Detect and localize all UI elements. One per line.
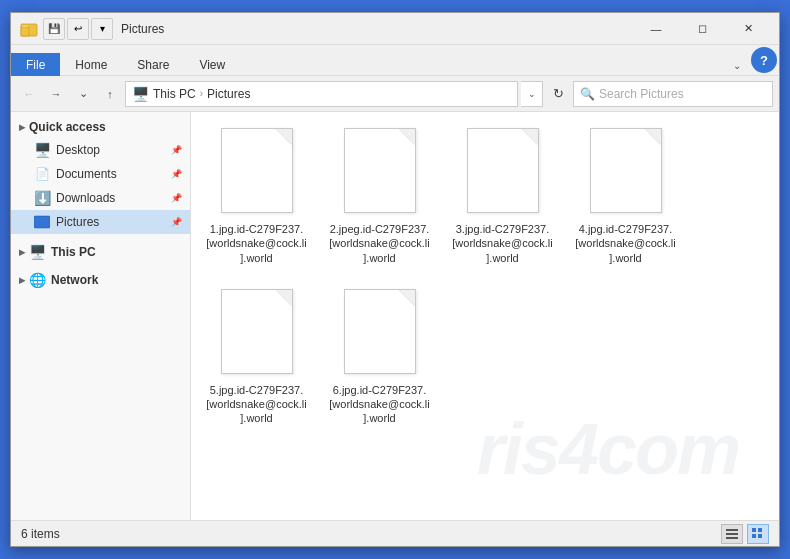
maximize-button[interactable]: ◻ — [679, 13, 725, 45]
file-page-icon — [590, 128, 662, 213]
downloads-icon: ⬇️ — [33, 189, 51, 207]
sidebar-item-documents[interactable]: 📄 Documents 📌 — [11, 162, 190, 186]
file-page-icon — [221, 128, 293, 213]
window-controls: — ◻ ✕ — [633, 13, 771, 45]
svg-rect-5 — [726, 533, 738, 535]
tab-file[interactable]: File — [11, 53, 60, 76]
documents-icon: 📄 — [33, 165, 51, 183]
explorer-window: 💾 ↩ ▾ Pictures — ◻ ✕ File Home Share Vie… — [10, 12, 780, 547]
pictures-label: Pictures — [56, 215, 99, 229]
pin-icon-desktop: 📌 — [171, 145, 182, 155]
svg-rect-6 — [726, 537, 738, 539]
file-name-label: 2.jpeg.id-C279F237.[worldsnake@cock.li].… — [328, 222, 431, 265]
svg-rect-2 — [34, 216, 50, 228]
refresh-button[interactable]: ↻ — [546, 82, 570, 106]
address-dropdown-btn[interactable]: ⌄ — [521, 81, 543, 107]
back-button[interactable]: ← — [17, 82, 41, 106]
file-page-icon — [221, 289, 293, 374]
sidebar-section-quick-access[interactable]: ▶ Quick access — [11, 116, 190, 138]
file-name-label: 1.jpg.id-C279F237.[worldsnake@cock.li].w… — [205, 222, 308, 265]
network-expand-icon: ▶ — [19, 276, 25, 285]
file-name-label: 5.jpg.id-C279F237.[worldsnake@cock.li].w… — [205, 383, 308, 426]
pictures-icon — [33, 213, 51, 231]
documents-label: Documents — [56, 167, 117, 181]
file-area: ris4com 1.jpg.id-C279F237.[worldsnake@co… — [191, 112, 779, 520]
close-button[interactable]: ✕ — [725, 13, 771, 45]
qs-dropdown-btn[interactable]: ▾ — [91, 18, 113, 40]
minimize-button[interactable]: — — [633, 13, 679, 45]
file-page-icon — [344, 289, 416, 374]
ribbon-tabs: File Home Share View ⌄ ? — [11, 45, 779, 75]
up-button[interactable]: ↑ — [98, 82, 122, 106]
quick-access-label: Quick access — [29, 120, 106, 134]
undo-qs-btn[interactable]: ↩ — [67, 18, 89, 40]
thispc-icon: 🖥️ — [29, 244, 46, 260]
path-pictures: Pictures — [207, 87, 250, 101]
network-label: Network — [51, 273, 98, 287]
thispc-expand-icon: ▶ — [19, 248, 25, 257]
window-title: Pictures — [121, 22, 633, 36]
sidebar-section-thispc[interactable]: ▶ 🖥️ This PC — [11, 240, 190, 264]
svg-rect-9 — [752, 534, 756, 538]
svg-rect-4 — [726, 529, 738, 531]
status-item-count: 6 items — [21, 527, 60, 541]
save-qs-btn[interactable]: 💾 — [43, 18, 65, 40]
desktop-icon: 🖥️ — [33, 141, 51, 159]
svg-rect-8 — [758, 528, 762, 532]
search-placeholder: Search Pictures — [599, 87, 684, 101]
ribbon: File Home Share View ⌄ ? — [11, 45, 779, 76]
quick-save-buttons: 💾 ↩ ▾ — [43, 18, 113, 40]
icons-view-button[interactable] — [747, 524, 769, 544]
sidebar-item-pictures[interactable]: Pictures 📌 — [11, 210, 190, 234]
search-icon: 🔍 — [580, 87, 595, 101]
desktop-label: Desktop — [56, 143, 100, 157]
path-sep1: › — [200, 88, 203, 99]
status-bar: 6 items — [11, 520, 779, 546]
pin-icon-pictures: 📌 — [171, 217, 182, 227]
window-icon — [19, 19, 39, 39]
network-icon: 🌐 — [29, 272, 46, 288]
sidebar-section-network[interactable]: ▶ 🌐 Network — [11, 268, 190, 292]
downloads-label: Downloads — [56, 191, 115, 205]
recent-locations-button[interactable]: ⌄ — [71, 82, 95, 106]
sidebar: ▶ Quick access 🖥️ Desktop 📌 📄 Documents … — [11, 112, 191, 520]
list-item[interactable]: 4.jpg.id-C279F237.[worldsnake@cock.li].w… — [568, 120, 683, 273]
files-grid: 1.jpg.id-C279F237.[worldsnake@cock.li].w… — [199, 120, 771, 434]
file-page-icon — [467, 128, 539, 213]
svg-rect-1 — [21, 27, 29, 36]
list-item[interactable]: 3.jpg.id-C279F237.[worldsnake@cock.li].w… — [445, 120, 560, 273]
path-icon: 🖥️ — [132, 86, 149, 102]
sidebar-item-desktop[interactable]: 🖥️ Desktop 📌 — [11, 138, 190, 162]
list-item[interactable]: 6.jpg.id-C279F237.[worldsnake@cock.li].w… — [322, 281, 437, 434]
file-page-icon — [344, 128, 416, 213]
expand-icon: ▶ — [19, 123, 25, 132]
address-bar: ← → ⌄ ↑ 🖥️ This PC › Pictures ⌄ ↻ 🔍 Sear… — [11, 76, 779, 112]
file-name-label: 6.jpg.id-C279F237.[worldsnake@cock.li].w… — [328, 383, 431, 426]
ribbon-chevron[interactable]: ⌄ — [725, 56, 749, 75]
list-item[interactable]: 1.jpg.id-C279F237.[worldsnake@cock.li].w… — [199, 120, 314, 273]
svg-rect-10 — [758, 534, 762, 538]
tab-home[interactable]: Home — [60, 53, 122, 76]
view-toggle-buttons — [721, 524, 769, 544]
path-thispc: This PC — [153, 87, 196, 101]
file-name-label: 4.jpg.id-C279F237.[worldsnake@cock.li].w… — [574, 222, 677, 265]
title-bar: 💾 ↩ ▾ Pictures — ◻ ✕ — [11, 13, 779, 45]
file-name-label: 3.jpg.id-C279F237.[worldsnake@cock.li].w… — [451, 222, 554, 265]
sidebar-item-downloads[interactable]: ⬇️ Downloads 📌 — [11, 186, 190, 210]
list-item[interactable]: 2.jpeg.id-C279F237.[worldsnake@cock.li].… — [322, 120, 437, 273]
thispc-label: This PC — [51, 245, 96, 259]
help-button[interactable]: ? — [751, 47, 777, 73]
svg-rect-7 — [752, 528, 756, 532]
search-box[interactable]: 🔍 Search Pictures — [573, 81, 773, 107]
address-path[interactable]: 🖥️ This PC › Pictures — [125, 81, 518, 107]
list-view-button[interactable] — [721, 524, 743, 544]
tab-share[interactable]: Share — [122, 53, 184, 76]
list-item[interactable]: 5.jpg.id-C279F237.[worldsnake@cock.li].w… — [199, 281, 314, 434]
pin-icon-downloads: 📌 — [171, 193, 182, 203]
tab-view[interactable]: View — [184, 53, 240, 76]
forward-button[interactable]: → — [44, 82, 68, 106]
main-content: ▶ Quick access 🖥️ Desktop 📌 📄 Documents … — [11, 112, 779, 520]
pin-icon-documents: 📌 — [171, 169, 182, 179]
